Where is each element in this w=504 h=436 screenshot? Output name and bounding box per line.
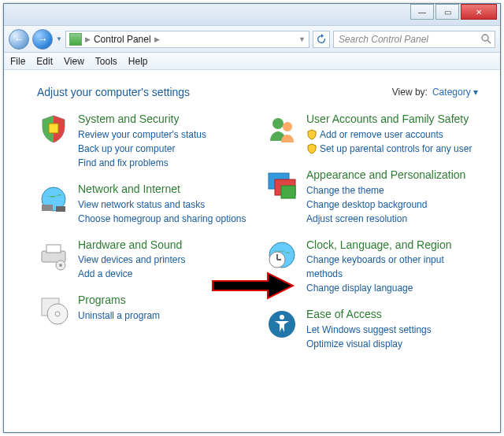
viewby-label: View by: xyxy=(392,87,428,98)
svg-point-9 xyxy=(59,264,62,267)
svg-rect-17 xyxy=(281,186,295,198)
close-button[interactable]: ✕ xyxy=(461,4,497,20)
category-system-security: System and Security Review your computer… xyxy=(37,113,250,170)
category-link[interactable]: Choose homegroup and sharing options xyxy=(78,212,250,226)
viewby-dropdown[interactable]: Category ▾ xyxy=(432,87,478,98)
minimize-button[interactable]: — xyxy=(410,4,434,20)
category-link[interactable]: Let Windows suggest settings xyxy=(306,323,478,337)
category-link[interactable]: Find and fix problems xyxy=(78,156,250,170)
category-title[interactable]: Clock, Language, and Region xyxy=(306,238,478,252)
category-network-internet: Network and Internet View network status… xyxy=(37,183,250,226)
appearance-icon xyxy=(265,168,298,201)
svg-point-13 xyxy=(272,118,284,129)
category-title[interactable]: Hardware and Sound xyxy=(78,238,250,252)
svg-rect-4 xyxy=(42,205,53,211)
chevron-down-icon[interactable]: ▼ xyxy=(298,35,306,43)
category-link[interactable]: Change desktop background xyxy=(306,198,478,212)
category-appearance-personalization: Appearance and Personalization Change th… xyxy=(265,168,478,226)
category-clock-language-region: Clock, Language, and Region Change keybo… xyxy=(265,238,478,296)
maximize-button[interactable]: ▭ xyxy=(435,4,459,20)
category-programs: Programs Uninstall a program xyxy=(37,294,250,327)
svg-rect-2 xyxy=(49,124,58,133)
menubar: File Edit View Tools Help xyxy=(4,53,500,70)
category-link[interactable]: Add or remove user accounts xyxy=(306,127,478,142)
shield-icon xyxy=(37,113,70,146)
chevron-right-icon: ▶ xyxy=(85,35,91,43)
control-panel-icon xyxy=(69,33,82,46)
refresh-button[interactable] xyxy=(313,31,330,48)
search-icon xyxy=(481,34,491,44)
svg-rect-7 xyxy=(46,245,61,253)
globe-icon xyxy=(37,183,70,216)
breadcrumb-label[interactable]: Control Panel xyxy=(94,34,151,45)
uac-shield-icon xyxy=(306,129,317,140)
category-link[interactable]: Set up parental controls for any user xyxy=(306,142,478,156)
navbar: ← → ▼ ▶ Control Panel ▶ ▼ Search Control… xyxy=(4,26,500,53)
svg-point-23 xyxy=(280,315,284,320)
menu-view[interactable]: View xyxy=(64,56,84,67)
cd-icon xyxy=(37,294,70,327)
breadcrumb[interactable]: ▶ Control Panel ▶ ▼ xyxy=(65,31,309,48)
menu-help[interactable]: Help xyxy=(128,56,148,67)
clock-icon xyxy=(265,238,298,272)
category-link[interactable]: Change keyboards or other input methods xyxy=(306,253,478,281)
svg-line-1 xyxy=(487,40,491,43)
category-title[interactable]: Network and Internet xyxy=(78,183,250,196)
svg-point-0 xyxy=(482,35,488,41)
svg-point-12 xyxy=(55,312,60,316)
right-column: User Accounts and Family Safety Add or r… xyxy=(265,113,478,351)
category-link[interactable]: Change display language xyxy=(306,281,478,295)
category-title[interactable]: User Accounts and Family Safety xyxy=(306,113,478,126)
category-link[interactable]: Review your computer's status xyxy=(78,127,250,142)
category-link[interactable]: View devices and printers xyxy=(78,253,250,267)
category-ease-of-access: Ease of Access Let Windows suggest setti… xyxy=(265,308,478,351)
category-title[interactable]: Appearance and Personalization xyxy=(306,168,478,182)
category-link[interactable]: Change the theme xyxy=(306,183,478,198)
printer-icon xyxy=(37,238,70,272)
category-title[interactable]: System and Security xyxy=(78,113,250,126)
svg-rect-5 xyxy=(56,206,65,212)
window: — ▭ ✕ ← → ▼ ▶ Control Panel ▶ ▼ Search C… xyxy=(3,3,501,433)
ease-of-access-icon xyxy=(265,308,298,341)
users-icon xyxy=(265,113,298,146)
menu-edit[interactable]: Edit xyxy=(36,56,53,67)
back-button[interactable]: ← xyxy=(9,29,29,50)
search-placeholder: Search Control Panel xyxy=(339,34,428,45)
svg-point-14 xyxy=(283,122,292,131)
category-hardware-sound: Hardware and Sound View devices and prin… xyxy=(37,238,250,282)
category-link[interactable]: Add a device xyxy=(78,267,250,281)
category-title[interactable]: Ease of Access xyxy=(306,308,478,321)
category-link[interactable]: View network status and tasks xyxy=(78,198,250,212)
category-link[interactable]: Optimize visual display xyxy=(306,337,478,351)
uac-shield-icon xyxy=(306,143,317,154)
left-column: System and Security Review your computer… xyxy=(37,113,250,351)
page-title: Adjust your computer's settings xyxy=(37,86,190,98)
category-title[interactable]: Programs xyxy=(78,294,250,307)
history-dropdown-icon[interactable]: ▼ xyxy=(56,35,62,42)
category-link[interactable]: Uninstall a program xyxy=(78,309,250,323)
category-link[interactable]: Back up your computer xyxy=(78,142,250,156)
menu-tools[interactable]: Tools xyxy=(95,56,117,67)
titlebar: — ▭ ✕ xyxy=(4,4,500,26)
category-user-accounts: User Accounts and Family Safety Add or r… xyxy=(265,113,478,156)
search-input[interactable]: Search Control Panel xyxy=(333,31,495,48)
chevron-right-icon: ▶ xyxy=(154,35,160,43)
menu-file[interactable]: File xyxy=(10,56,25,67)
view-by: View by: Category ▾ xyxy=(392,87,478,98)
link-adjust-screen-resolution[interactable]: Adjust screen resolution xyxy=(306,212,478,226)
forward-button[interactable]: → xyxy=(32,29,53,50)
content: Adjust your computer's settings View by:… xyxy=(4,70,500,432)
